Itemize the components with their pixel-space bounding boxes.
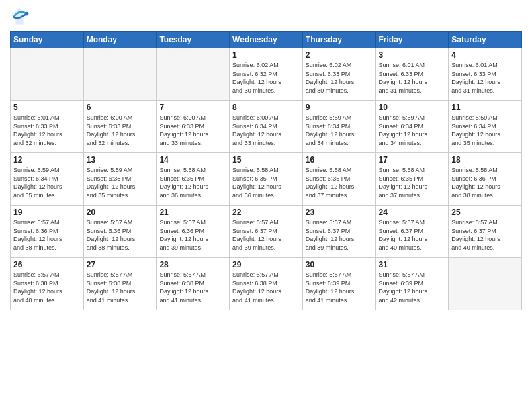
day-number: 25	[451, 208, 519, 217]
calendar-cell: 11Sunrise: 5:59 AM Sunset: 6:34 PM Dayli…	[449, 101, 522, 153]
day-number: 28	[159, 260, 226, 269]
day-info: Sunrise: 5:59 AM Sunset: 6:34 PM Dayligh…	[451, 113, 519, 147]
day-info: Sunrise: 6:00 AM Sunset: 6:33 PM Dayligh…	[159, 113, 226, 147]
day-info: Sunrise: 6:01 AM Sunset: 6:33 PM Dayligh…	[451, 61, 519, 95]
calendar-cell: 24Sunrise: 5:57 AM Sunset: 6:37 PM Dayli…	[375, 205, 449, 258]
calendar-cell: 28Sunrise: 5:57 AM Sunset: 6:38 PM Dayli…	[157, 258, 230, 310]
day-number: 22	[232, 208, 300, 217]
logo-icon	[10, 7, 29, 26]
day-number: 4	[451, 50, 519, 60]
calendar-cell: 16Sunrise: 5:58 AM Sunset: 6:35 PM Dayli…	[302, 153, 375, 205]
calendar-week-row: 19Sunrise: 5:57 AM Sunset: 6:36 PM Dayli…	[11, 205, 522, 258]
day-info: Sunrise: 5:57 AM Sunset: 6:38 PM Dayligh…	[87, 271, 154, 304]
day-info: Sunrise: 5:58 AM Sunset: 6:35 PM Dayligh…	[159, 166, 226, 199]
day-info: Sunrise: 5:57 AM Sunset: 6:37 PM Dayligh…	[232, 218, 300, 252]
weekday-header-thursday: Thursday	[302, 32, 375, 48]
calendar-cell: 30Sunrise: 5:57 AM Sunset: 6:39 PM Dayli…	[302, 258, 375, 310]
calendar-cell: 5Sunrise: 6:01 AM Sunset: 6:33 PM Daylig…	[11, 101, 84, 153]
day-number: 7	[159, 103, 226, 112]
calendar-cell: 7Sunrise: 6:00 AM Sunset: 6:33 PM Daylig…	[157, 101, 230, 153]
day-info: Sunrise: 5:57 AM Sunset: 6:38 PM Dayligh…	[159, 271, 226, 304]
weekday-header-row: SundayMondayTuesdayWednesdayThursdayFrid…	[11, 32, 522, 48]
calendar-cell: 15Sunrise: 5:58 AM Sunset: 6:35 PM Dayli…	[230, 153, 303, 205]
day-info: Sunrise: 5:59 AM Sunset: 6:35 PM Dayligh…	[87, 166, 154, 199]
day-number: 19	[13, 208, 81, 217]
calendar-week-row: 5Sunrise: 6:01 AM Sunset: 6:33 PM Daylig…	[11, 101, 522, 153]
day-info: Sunrise: 5:57 AM Sunset: 6:36 PM Dayligh…	[159, 218, 226, 252]
calendar-cell: 17Sunrise: 5:58 AM Sunset: 6:35 PM Dayli…	[375, 153, 449, 205]
header	[10, 7, 522, 26]
weekday-header-tuesday: Tuesday	[157, 32, 230, 48]
calendar-cell	[157, 48, 230, 101]
day-info: Sunrise: 5:57 AM Sunset: 6:38 PM Dayligh…	[13, 271, 81, 304]
logo	[10, 7, 30, 26]
day-info: Sunrise: 5:58 AM Sunset: 6:35 PM Dayligh…	[306, 166, 373, 199]
weekday-header-monday: Monday	[83, 32, 157, 48]
calendar-cell: 22Sunrise: 5:57 AM Sunset: 6:37 PM Dayli…	[230, 205, 303, 258]
calendar-cell: 12Sunrise: 5:59 AM Sunset: 6:34 PM Dayli…	[11, 153, 84, 205]
day-number: 26	[13, 260, 81, 269]
day-number: 8	[232, 103, 300, 112]
day-number: 18	[451, 155, 519, 165]
day-number: 23	[306, 208, 373, 217]
calendar-table: SundayMondayTuesdayWednesdayThursdayFrid…	[10, 31, 522, 310]
calendar-cell: 2Sunrise: 6:02 AM Sunset: 6:33 PM Daylig…	[302, 48, 375, 101]
day-info: Sunrise: 5:57 AM Sunset: 6:39 PM Dayligh…	[306, 271, 373, 304]
day-info: Sunrise: 5:58 AM Sunset: 6:36 PM Dayligh…	[451, 166, 519, 199]
calendar-cell: 27Sunrise: 5:57 AM Sunset: 6:38 PM Dayli…	[83, 258, 157, 310]
day-number: 11	[451, 103, 519, 112]
day-number: 30	[306, 260, 373, 269]
calendar-cell: 20Sunrise: 5:57 AM Sunset: 6:36 PM Dayli…	[83, 205, 157, 258]
day-number: 9	[306, 103, 373, 112]
day-number: 29	[232, 260, 300, 269]
day-number: 12	[13, 155, 81, 165]
day-number: 3	[379, 50, 446, 60]
day-info: Sunrise: 6:02 AM Sunset: 6:33 PM Dayligh…	[306, 61, 373, 95]
calendar-cell	[449, 258, 522, 310]
day-number: 27	[87, 260, 154, 269]
day-info: Sunrise: 5:57 AM Sunset: 6:37 PM Dayligh…	[306, 218, 373, 252]
day-number: 17	[379, 155, 446, 165]
calendar-cell: 31Sunrise: 5:57 AM Sunset: 6:39 PM Dayli…	[375, 258, 449, 310]
day-info: Sunrise: 5:57 AM Sunset: 6:36 PM Dayligh…	[13, 218, 81, 252]
day-number: 5	[13, 103, 81, 112]
day-info: Sunrise: 6:02 AM Sunset: 6:32 PM Dayligh…	[232, 61, 300, 95]
day-number: 10	[379, 103, 446, 112]
day-info: Sunrise: 5:57 AM Sunset: 6:36 PM Dayligh…	[87, 218, 154, 252]
calendar-cell: 14Sunrise: 5:58 AM Sunset: 6:35 PM Dayli…	[157, 153, 230, 205]
calendar-cell: 4Sunrise: 6:01 AM Sunset: 6:33 PM Daylig…	[449, 48, 522, 101]
day-info: Sunrise: 5:57 AM Sunset: 6:38 PM Dayligh…	[232, 271, 300, 304]
day-number: 20	[87, 208, 154, 217]
calendar-week-row: 1Sunrise: 6:02 AM Sunset: 6:32 PM Daylig…	[11, 48, 522, 101]
calendar-cell	[83, 48, 157, 101]
day-info: Sunrise: 6:01 AM Sunset: 6:33 PM Dayligh…	[13, 113, 81, 147]
calendar-cell: 3Sunrise: 6:01 AM Sunset: 6:33 PM Daylig…	[375, 48, 449, 101]
day-number: 15	[232, 155, 300, 165]
calendar-week-row: 26Sunrise: 5:57 AM Sunset: 6:38 PM Dayli…	[11, 258, 522, 310]
calendar-cell: 8Sunrise: 6:00 AM Sunset: 6:34 PM Daylig…	[230, 101, 303, 153]
day-number: 1	[232, 50, 300, 60]
day-number: 13	[87, 155, 154, 165]
calendar-cell: 10Sunrise: 5:59 AM Sunset: 6:34 PM Dayli…	[375, 101, 449, 153]
day-number: 21	[159, 208, 226, 217]
day-info: Sunrise: 5:59 AM Sunset: 6:34 PM Dayligh…	[379, 113, 446, 147]
day-info: Sunrise: 5:58 AM Sunset: 6:35 PM Dayligh…	[379, 166, 446, 199]
calendar-cell: 21Sunrise: 5:57 AM Sunset: 6:36 PM Dayli…	[157, 205, 230, 258]
day-number: 2	[306, 50, 373, 60]
day-info: Sunrise: 6:01 AM Sunset: 6:33 PM Dayligh…	[379, 61, 446, 95]
calendar-cell: 9Sunrise: 5:59 AM Sunset: 6:34 PM Daylig…	[302, 101, 375, 153]
weekday-header-saturday: Saturday	[449, 32, 522, 48]
day-info: Sunrise: 5:57 AM Sunset: 6:37 PM Dayligh…	[451, 218, 519, 252]
weekday-header-sunday: Sunday	[11, 32, 84, 48]
calendar-cell: 25Sunrise: 5:57 AM Sunset: 6:37 PM Dayli…	[449, 205, 522, 258]
day-number: 24	[379, 208, 446, 217]
day-number: 31	[379, 260, 446, 269]
day-info: Sunrise: 5:59 AM Sunset: 6:34 PM Dayligh…	[13, 166, 81, 199]
calendar-cell: 18Sunrise: 5:58 AM Sunset: 6:36 PM Dayli…	[449, 153, 522, 205]
day-info: Sunrise: 5:59 AM Sunset: 6:34 PM Dayligh…	[306, 113, 373, 147]
weekday-header-wednesday: Wednesday	[230, 32, 303, 48]
calendar-cell: 6Sunrise: 6:00 AM Sunset: 6:33 PM Daylig…	[83, 101, 157, 153]
day-info: Sunrise: 6:00 AM Sunset: 6:34 PM Dayligh…	[232, 113, 300, 147]
calendar-cell: 23Sunrise: 5:57 AM Sunset: 6:37 PM Dayli…	[302, 205, 375, 258]
calendar-week-row: 12Sunrise: 5:59 AM Sunset: 6:34 PM Dayli…	[11, 153, 522, 205]
